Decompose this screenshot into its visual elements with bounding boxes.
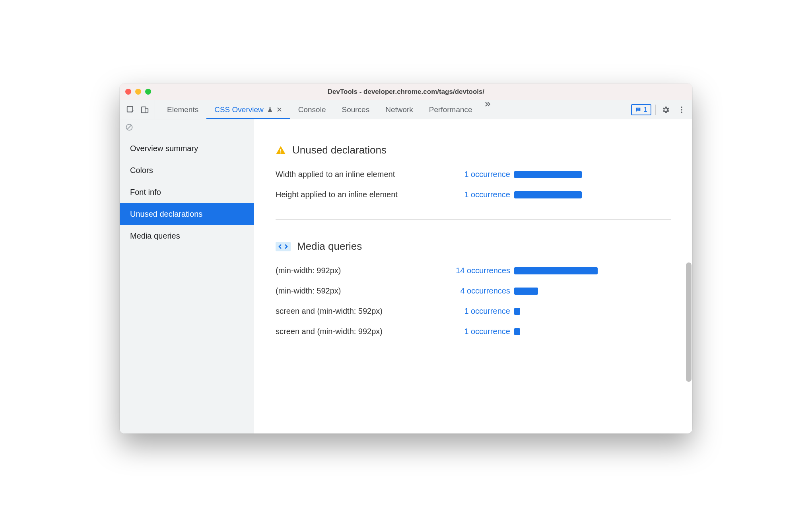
window-title: DevTools - developer.chrome.com/tags/dev… xyxy=(120,88,692,96)
tab-label: Network xyxy=(385,105,413,114)
media-row: screen and (min-width: 592px) 1 occurren… xyxy=(276,307,671,316)
sidebar: Overview summary Colors Font info Unused… xyxy=(120,119,254,433)
svg-rect-2 xyxy=(145,108,148,113)
clear-icon[interactable] xyxy=(125,123,133,131)
row-label: Width applied to an inline element xyxy=(276,170,431,179)
svg-rect-10 xyxy=(280,149,281,152)
row-count-link[interactable]: 1 occurrence xyxy=(435,170,510,179)
tab-sources[interactable]: Sources xyxy=(334,100,377,119)
row-bar xyxy=(514,191,582,198)
row-label: (min-width: 592px) xyxy=(276,286,431,295)
row-count-link[interactable]: 1 occurrence xyxy=(435,327,510,336)
row-bar xyxy=(514,171,582,178)
row-bar-wrap xyxy=(514,267,602,274)
section-unused-declarations: Unused declarations Width applied to an … xyxy=(276,130,671,219)
titlebar: DevTools - developer.chrome.com/tags/dev… xyxy=(120,84,692,100)
unused-rows: Width applied to an inline element 1 occ… xyxy=(276,170,671,199)
tab-label: Performance xyxy=(429,105,472,114)
row-bar xyxy=(514,267,598,274)
tab-label: CSS Overview xyxy=(214,105,264,114)
tab-elements[interactable]: Elements xyxy=(159,100,206,119)
device-toolbar-icon[interactable] xyxy=(139,104,151,116)
media-queries-icon xyxy=(276,242,291,251)
media-row: screen and (min-width: 992px) 1 occurren… xyxy=(276,327,671,336)
row-count-link[interactable]: 4 occurrences xyxy=(435,286,510,295)
media-rows: (min-width: 992px) 14 occurrences (min-w… xyxy=(276,266,671,336)
inspect-element-icon[interactable] xyxy=(124,104,136,116)
window-controls xyxy=(125,89,151,95)
tab-label: Elements xyxy=(167,105,198,114)
sidebar-item-overview-summary[interactable]: Overview summary xyxy=(120,138,254,159)
row-label: screen and (min-width: 992px) xyxy=(276,327,431,336)
sidebar-toolbar xyxy=(120,119,254,135)
main-inner: Unused declarations Width applied to an … xyxy=(254,119,692,372)
row-bar-wrap xyxy=(514,171,602,178)
svg-rect-3 xyxy=(637,109,639,109)
warning-icon xyxy=(276,145,286,155)
svg-line-9 xyxy=(127,125,131,129)
experimental-icon xyxy=(267,107,273,113)
panel-tabs: Elements CSS Overview ✕ Console Sources … xyxy=(159,100,629,119)
row-label: Height applied to an inline element xyxy=(276,190,431,199)
unused-row: Width applied to an inline element 1 occ… xyxy=(276,170,671,179)
svg-point-6 xyxy=(681,109,682,111)
row-label: (min-width: 992px) xyxy=(276,266,431,275)
svg-rect-4 xyxy=(637,110,638,110)
sidebar-item-media-queries[interactable]: Media queries xyxy=(120,225,254,247)
issues-button[interactable]: 1 xyxy=(631,104,651,115)
content-area: Overview summary Colors Font info Unused… xyxy=(120,119,692,433)
divider xyxy=(655,105,656,115)
tab-css-overview[interactable]: CSS Overview ✕ xyxy=(206,100,290,119)
settings-icon[interactable] xyxy=(660,104,672,116)
sidebar-nav: Overview summary Colors Font info Unused… xyxy=(120,135,254,247)
sidebar-item-unused-declarations[interactable]: Unused declarations xyxy=(120,203,254,225)
tab-network[interactable]: Network xyxy=(377,100,421,119)
scrollbar-thumb[interactable] xyxy=(686,262,692,382)
tab-console[interactable]: Console xyxy=(290,100,334,119)
sidebar-item-label: Media queries xyxy=(130,231,180,240)
row-count-link[interactable]: 14 occurrences xyxy=(435,266,510,275)
svg-point-5 xyxy=(681,106,682,108)
row-count-link[interactable]: 1 occurrence xyxy=(435,190,510,199)
row-count-link[interactable]: 1 occurrence xyxy=(435,307,510,316)
row-bar-wrap xyxy=(514,328,602,335)
tab-performance[interactable]: Performance xyxy=(421,100,480,119)
tab-label: Console xyxy=(298,105,326,114)
row-bar xyxy=(514,288,538,295)
more-options-icon[interactable] xyxy=(676,104,688,116)
more-tabs-icon[interactable] xyxy=(480,100,495,119)
close-window-button[interactable] xyxy=(125,89,131,95)
section-heading: Media queries xyxy=(276,230,671,253)
main-panel[interactable]: Unused declarations Width applied to an … xyxy=(254,119,692,433)
section-title: Media queries xyxy=(297,240,362,253)
row-bar xyxy=(514,328,520,335)
row-bar-wrap xyxy=(514,308,602,315)
tab-label: Sources xyxy=(342,105,369,114)
row-label: screen and (min-width: 592px) xyxy=(276,307,431,316)
sidebar-item-label: Unused declarations xyxy=(130,210,202,218)
main-toolbar: Elements CSS Overview ✕ Console Sources … xyxy=(120,100,692,119)
unused-row: Height applied to an inline element 1 oc… xyxy=(276,190,671,199)
media-row: (min-width: 592px) 4 occurrences xyxy=(276,286,671,295)
svg-point-7 xyxy=(681,111,682,113)
section-heading: Unused declarations xyxy=(276,140,671,156)
svg-rect-11 xyxy=(280,152,281,153)
sidebar-item-label: Overview summary xyxy=(130,144,198,153)
sidebar-item-font-info[interactable]: Font info xyxy=(120,181,254,203)
issues-count: 1 xyxy=(644,106,647,114)
row-bar-wrap xyxy=(514,288,602,295)
sidebar-item-label: Font info xyxy=(130,188,161,196)
toolbar-left-group xyxy=(123,100,155,119)
devtools-window: DevTools - developer.chrome.com/tags/dev… xyxy=(120,84,692,433)
row-bar-wrap xyxy=(514,191,602,198)
sidebar-item-colors[interactable]: Colors xyxy=(120,159,254,181)
close-tab-icon[interactable]: ✕ xyxy=(276,105,282,114)
media-row: (min-width: 992px) 14 occurrences xyxy=(276,266,671,275)
toolbar-right-controls: 1 xyxy=(631,104,689,116)
minimize-window-button[interactable] xyxy=(135,89,141,95)
section-title: Unused declarations xyxy=(292,144,387,156)
maximize-window-button[interactable] xyxy=(145,89,151,95)
row-bar xyxy=(514,308,520,315)
sidebar-item-label: Colors xyxy=(130,166,153,175)
section-media-queries: Media queries (min-width: 992px) 14 occu… xyxy=(276,219,671,356)
